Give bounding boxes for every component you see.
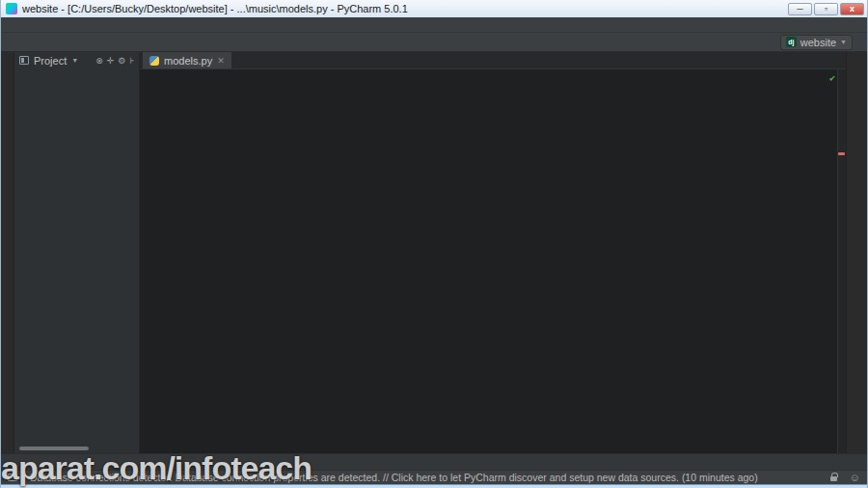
left-tool-stripe [1, 52, 14, 453]
horizontal-scrollbar[interactable] [19, 447, 89, 450]
project-panel-title[interactable]: Project [34, 55, 67, 67]
editor-tab-bar: models.py ✕ [140, 52, 846, 69]
window-bottom-border [1, 484, 867, 488]
project-tool-window: Project ▼ ⊗ ✛ ⚙ ⊦ [14, 52, 140, 453]
editor-area: models.py ✕ ✔ [140, 52, 846, 453]
status-bar: Database connections detector: Database … [1, 470, 867, 484]
title-bar: website - [C:/Users/Bucky/Desktop/websit… [1, 0, 867, 17]
python-file-icon [149, 56, 159, 66]
project-panel-header: Project ▼ ⊗ ✛ ⚙ ⊦ [14, 52, 139, 68]
settings-gear-icon[interactable]: ⚙ [118, 56, 125, 66]
right-tool-stripe [846, 52, 867, 453]
chevron-down-icon: ▼ [840, 39, 847, 45]
lock-icon[interactable] [830, 476, 837, 481]
main-area: Project ▼ ⊗ ✛ ⚙ ⊦ models.py ✕ [1, 52, 867, 453]
status-message[interactable]: Database connections detector: Database … [30, 472, 805, 483]
django-config-icon: dj [786, 37, 797, 47]
locate-file-icon[interactable]: ✛ [107, 56, 115, 66]
tool-window-toggle-icon[interactable] [8, 474, 17, 481]
editor-tab-models-py[interactable]: models.py ✕ [143, 52, 231, 68]
hide-panel-icon[interactable]: ⊦ [129, 56, 134, 66]
hector-inspection-icon[interactable]: ☺ [850, 473, 860, 483]
code-editor[interactable]: ✔ [140, 69, 846, 453]
chevron-down-icon: ▼ [71, 57, 78, 64]
pycharm-window: website - [C:/Users/Bucky/Desktop/websit… [0, 0, 868, 488]
inspection-ok-icon: ✔ [829, 70, 835, 86]
run-toolbar: dj website ▼ [780, 35, 861, 50]
close-button[interactable]: x [840, 3, 864, 15]
maximize-button[interactable]: ▫ [814, 3, 838, 15]
run-configuration-label: website [800, 37, 836, 48]
editor-tab-label: models.py [164, 55, 212, 67]
minimize-button[interactable]: ─ [788, 3, 812, 15]
project-panel-icon [19, 56, 29, 65]
navigation-bar: dj website ▼ [1, 33, 867, 52]
menu-bar [1, 17, 867, 33]
run-configuration-select[interactable]: dj website ▼ [780, 35, 853, 50]
caret-stripe-mark[interactable] [838, 152, 845, 155]
pycharm-logo-icon [6, 3, 17, 14]
close-tab-icon[interactable]: ✕ [217, 56, 225, 66]
editor-scrollbar[interactable] [837, 69, 846, 453]
collapse-all-icon[interactable]: ⊗ [95, 56, 103, 66]
project-tree [14, 68, 139, 453]
window-title: website - [C:/Users/Bucky/Desktop/websit… [22, 3, 408, 14]
tool-window-bar [1, 453, 867, 470]
